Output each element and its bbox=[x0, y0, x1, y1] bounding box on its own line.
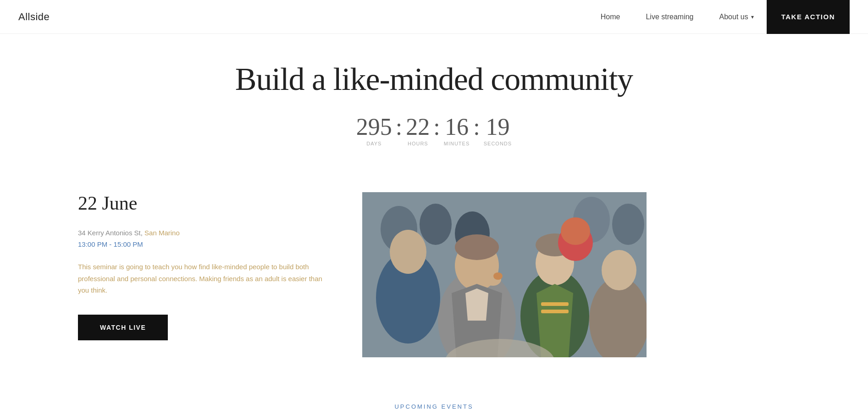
event-content-section: 22 June 34 Kerry Antonios St, San Marino… bbox=[0, 165, 868, 385]
countdown-minutes-label: MINUTES bbox=[444, 141, 470, 146]
event-description: This seminar is going to teach you how f… bbox=[78, 261, 335, 296]
countdown-hours-label: HOURS bbox=[408, 141, 428, 146]
about-us-dropdown-arrow: ▾ bbox=[751, 14, 754, 20]
countdown-sep-1: : bbox=[392, 115, 406, 139]
hero-title: Build a like-minded community bbox=[18, 61, 850, 97]
event-address: 34 Kerry Antonios St, San Marino bbox=[78, 229, 335, 237]
nav-about-us[interactable]: About us ▾ bbox=[707, 13, 767, 21]
hero-section: Build a like-minded community 295 DAYS :… bbox=[0, 34, 868, 165]
countdown-seconds-label: SECONDS bbox=[484, 141, 512, 146]
countdown-minutes: 16 MINUTES bbox=[444, 115, 470, 146]
countdown-seconds-value: 19 bbox=[486, 115, 509, 139]
event-details: 22 June 34 Kerry Antonios St, San Marino… bbox=[78, 192, 362, 340]
countdown-days-value: 295 bbox=[356, 115, 392, 139]
upcoming-events-title: UPCOMING EVENTS bbox=[18, 403, 850, 410]
nav-live-streaming[interactable]: Live streaming bbox=[633, 13, 706, 21]
nav-links: Home Live streaming About us ▾ TAKE ACTI… bbox=[588, 0, 850, 34]
countdown-days: 295 DAYS bbox=[356, 115, 392, 146]
countdown-sep-3: : bbox=[470, 115, 483, 139]
watch-live-button[interactable]: WATCH LIVE bbox=[78, 315, 168, 340]
countdown-days-label: DAYS bbox=[366, 141, 381, 146]
upcoming-events-section: UPCOMING EVENTS bbox=[0, 385, 868, 416]
take-action-button[interactable]: TAKE ACTION bbox=[767, 0, 850, 34]
countdown-hours: 22 HOURS bbox=[406, 115, 430, 146]
event-image-container bbox=[362, 192, 647, 357]
nav-home[interactable]: Home bbox=[588, 13, 633, 21]
event-date: 22 June bbox=[78, 192, 335, 214]
countdown-hours-value: 22 bbox=[406, 115, 430, 139]
navbar: Allside Home Live streaming About us ▾ T… bbox=[0, 0, 868, 34]
countdown-timer: 295 DAYS : 22 HOURS : 16 MINUTES : 19 SE… bbox=[18, 115, 850, 146]
site-logo[interactable]: Allside bbox=[18, 11, 50, 23]
countdown-sep-2: : bbox=[430, 115, 443, 139]
event-image bbox=[362, 192, 647, 357]
countdown-minutes-value: 16 bbox=[445, 115, 469, 139]
countdown-seconds: 19 SECONDS bbox=[484, 115, 512, 146]
event-photo-svg bbox=[362, 192, 647, 357]
svg-rect-24 bbox=[362, 192, 647, 357]
event-time: 13:00 PM - 15:00 PM bbox=[78, 240, 335, 248]
